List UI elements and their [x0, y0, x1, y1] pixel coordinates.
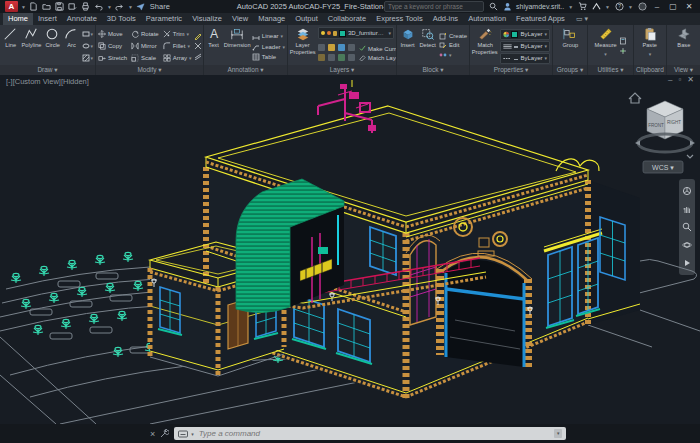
- save-as-icon[interactable]: [68, 2, 78, 12]
- explode-icon[interactable]: [194, 42, 202, 50]
- ellipse-tool-icon[interactable]: ▾: [82, 41, 94, 51]
- tab-manage[interactable]: Manage: [253, 13, 290, 25]
- tab-parametric[interactable]: Parametric: [141, 13, 187, 25]
- edit-block-button[interactable]: Edit: [439, 41, 467, 49]
- panel-label-annotation[interactable]: Annotation ▾: [204, 65, 287, 75]
- redo-icon[interactable]: [115, 2, 125, 12]
- layer-lock-icon[interactable]: [333, 31, 337, 36]
- command-line[interactable]: ▾ ▾: [174, 427, 566, 440]
- detect-button[interactable]: Detect: [419, 27, 437, 65]
- linear-button[interactable]: Linear▾: [252, 31, 285, 41]
- undo-caret-icon[interactable]: ▼: [107, 2, 112, 12]
- steering-wheel-icon[interactable]: [682, 186, 692, 196]
- drawing-window-controls[interactable]: – ▫ ✕: [668, 75, 694, 84]
- command-input[interactable]: [197, 427, 551, 440]
- app-menu-caret-icon[interactable]: ▼: [21, 2, 26, 12]
- create-block-button[interactable]: Create: [439, 32, 467, 40]
- layer-dropdown[interactable]: 3D_furniture-indoor ▾: [318, 27, 394, 39]
- command-customize-icon[interactable]: [160, 429, 169, 438]
- close-button[interactable]: ✕: [683, 2, 695, 11]
- viewcube-face-right[interactable]: RIGHT: [667, 120, 681, 125]
- undo-icon[interactable]: [94, 2, 104, 12]
- viewcube-home-icon[interactable]: [629, 93, 641, 103]
- redo-caret-icon[interactable]: ▼: [128, 2, 133, 12]
- arc-button[interactable]: Arc: [63, 27, 80, 65]
- layer-thaw-icon[interactable]: [327, 31, 331, 35]
- tab-collaborate[interactable]: Collaborate: [323, 13, 371, 25]
- drawing-viewport[interactable]: [-][Custom View][Hidden] – ▫ ✕: [0, 75, 700, 424]
- viewcube-face-front[interactable]: FRONT: [648, 123, 664, 128]
- tab-visualize[interactable]: Visualize: [187, 13, 227, 25]
- group-button[interactable]: Group: [559, 27, 581, 65]
- match-layer-button[interactable]: Match Layer: [359, 54, 396, 61]
- mirror-button[interactable]: Mirror: [131, 41, 159, 51]
- panel-label-properties[interactable]: Properties ▾: [470, 65, 552, 75]
- fillet-button[interactable]: Fillet▾: [163, 41, 192, 51]
- tab-insert[interactable]: Insert: [33, 13, 62, 25]
- panel-label-modify[interactable]: Modify ▾: [96, 65, 203, 75]
- show-motion-icon[interactable]: [682, 258, 692, 268]
- linetype-dropdown[interactable]: ByLayer▾: [500, 53, 550, 64]
- text-button[interactable]: AText: [206, 27, 222, 65]
- wcs-label[interactable]: WCS ▾: [652, 164, 674, 171]
- tab-3d-tools[interactable]: 3D Tools: [102, 13, 141, 25]
- command-scroll-icon[interactable]: ▾: [554, 429, 562, 438]
- erase-icon[interactable]: [194, 32, 202, 40]
- base-view-button[interactable]: Base: [673, 27, 695, 65]
- user-caret-icon[interactable]: ▼: [568, 2, 573, 12]
- copy-button[interactable]: Copy: [98, 41, 127, 51]
- panel-label-block[interactable]: Block ▾: [397, 65, 469, 75]
- layer-on-icon[interactable]: [321, 31, 325, 35]
- scale-button[interactable]: Scale: [131, 53, 159, 63]
- tab-automation[interactable]: Automation: [463, 13, 511, 25]
- measure-button[interactable]: Measure▾: [595, 27, 617, 65]
- user-avatar-icon[interactable]: [502, 2, 512, 12]
- block-extra-icons[interactable]: ▾: [439, 50, 467, 60]
- paste-button[interactable]: Paste▾: [639, 27, 661, 65]
- move-button[interactable]: Move: [98, 29, 127, 39]
- minimize-button[interactable]: –: [651, 2, 663, 11]
- tab-view[interactable]: View: [227, 13, 253, 25]
- tab-add-ins[interactable]: Add-ins: [428, 13, 463, 25]
- tab-annotate[interactable]: Annotate: [62, 13, 102, 25]
- viewcube-menu-caret-icon[interactable]: [687, 155, 693, 158]
- dimension-button[interactable]: Dimension: [224, 27, 250, 65]
- tab-home[interactable]: Home: [3, 13, 33, 25]
- help-icon[interactable]: ?: [614, 2, 624, 12]
- lineweight-dropdown[interactable]: ByLayer▾: [500, 41, 550, 52]
- help-caret-icon[interactable]: ▼: [628, 2, 633, 12]
- zoom-icon[interactable]: [682, 222, 692, 232]
- match-properties-button[interactable]: MatchProperties: [472, 27, 498, 65]
- new-file-icon[interactable]: [29, 2, 39, 12]
- leader-button[interactable]: Leader▾: [252, 42, 285, 52]
- layer-tools-icons[interactable]: [318, 41, 356, 65]
- hatch-tool-icon[interactable]: ▾: [82, 53, 94, 63]
- user-name[interactable]: shiyamdev.srit..: [516, 3, 564, 10]
- model-3d-fire-station-cafe[interactable]: [0, 75, 700, 424]
- plot-icon[interactable]: [81, 2, 91, 12]
- command-close-icon[interactable]: ×: [150, 429, 155, 439]
- panel-label-groups[interactable]: Groups ▾: [553, 65, 587, 75]
- pan-icon[interactable]: [682, 204, 692, 214]
- viewport-controls-label[interactable]: [-][Custom View][Hidden]: [6, 77, 89, 86]
- orbit-icon[interactable]: [682, 240, 692, 250]
- offset-icon[interactable]: [194, 52, 202, 60]
- quick-calc-icon[interactable]: [619, 37, 627, 45]
- drawing-close-icon[interactable]: ✕: [687, 75, 694, 84]
- id-point-icon[interactable]: [619, 47, 627, 55]
- line-button[interactable]: Line: [2, 27, 19, 65]
- object-color-dropdown[interactable]: ByLayer▾: [500, 29, 550, 40]
- autocad-logo-icon[interactable]: A: [5, 1, 18, 12]
- tab-express-tools[interactable]: Express Tools: [371, 13, 428, 25]
- polyline-button[interactable]: Polyline: [21, 27, 42, 65]
- save-icon[interactable]: [55, 2, 65, 12]
- maximize-button[interactable]: ▢: [667, 2, 679, 11]
- panel-label-utilities[interactable]: Utilities ▾: [588, 65, 633, 75]
- search-input[interactable]: [384, 1, 484, 12]
- drawing-restore-icon[interactable]: ▫: [678, 75, 681, 84]
- tab-output[interactable]: Output: [290, 13, 323, 25]
- notifications-icon[interactable]: [637, 2, 647, 12]
- drawing-minimize-icon[interactable]: –: [668, 75, 672, 84]
- tab-featured-apps[interactable]: Featured Apps: [511, 13, 570, 25]
- layer-color-swatch[interactable]: [339, 30, 346, 37]
